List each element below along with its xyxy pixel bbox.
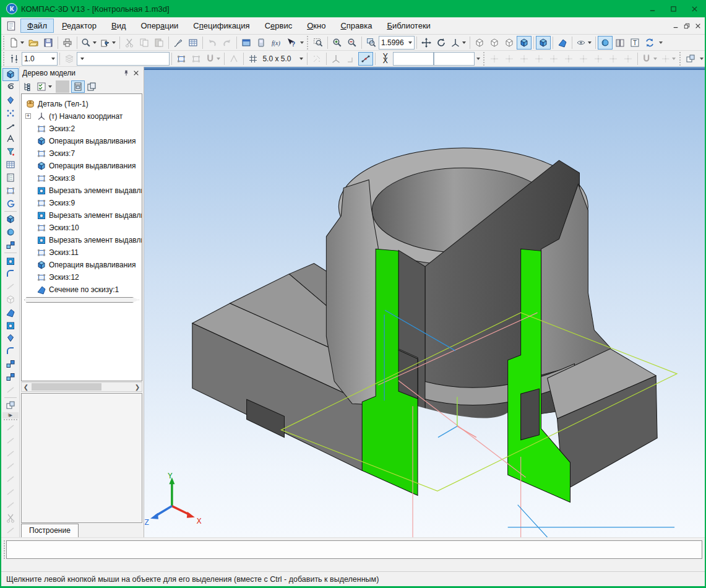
close-button[interactable] xyxy=(684,0,705,17)
grip[interactable] xyxy=(306,36,309,50)
fillet-button[interactable] xyxy=(2,267,19,280)
spline-button[interactable] xyxy=(2,132,19,145)
sep[interactable] xyxy=(553,37,553,49)
menu-libraries[interactable]: Библиотеки xyxy=(380,19,437,33)
paste-button[interactable] xyxy=(152,36,166,50)
sep[interactable] xyxy=(56,80,69,93)
shaded-button[interactable] xyxy=(517,36,532,50)
maximize-button[interactable] xyxy=(663,0,684,17)
overflow[interactable] xyxy=(657,36,664,50)
cut-button[interactable] xyxy=(122,36,137,50)
menu-file[interactable]: Файл xyxy=(20,19,54,33)
specification-button[interactable] xyxy=(613,36,627,50)
tree-item-sketch11[interactable]: + Эскиз:11 xyxy=(22,246,142,259)
layer-combo[interactable] xyxy=(77,52,170,66)
kinematic-button[interactable] xyxy=(2,238,19,251)
snap-center-button[interactable] xyxy=(532,52,546,66)
sep[interactable] xyxy=(119,37,120,49)
round-off-button[interactable] xyxy=(358,52,373,66)
calculator-button[interactable] xyxy=(254,36,269,50)
zoom-area-button[interactable] xyxy=(311,36,325,50)
sep[interactable] xyxy=(4,253,17,253)
copy-windows-button[interactable] xyxy=(2,399,19,412)
snap-curve-button[interactable] xyxy=(621,52,635,66)
grid-combo[interactable]: 5.0 x 5.0 xyxy=(260,52,305,66)
viewport-3d[interactable]: Y X Z xyxy=(144,67,705,537)
hidden-removed-button[interactable] xyxy=(502,36,517,50)
tree-item-extrude2[interactable]: + Операция выдавливания xyxy=(22,160,142,172)
tree-item-cut3[interactable]: + Вырезать элемент выдавливания xyxy=(22,234,142,246)
snaps-magnet-button[interactable] xyxy=(640,52,658,66)
point-button[interactable] xyxy=(2,94,19,107)
properties-table-button[interactable] xyxy=(186,36,200,50)
hole-button[interactable] xyxy=(2,280,19,293)
sep[interactable] xyxy=(307,53,308,65)
sep[interactable] xyxy=(4,211,17,212)
sep[interactable] xyxy=(637,53,638,65)
geom-tangent2-button[interactable] xyxy=(2,498,19,511)
array-curve-button[interactable] xyxy=(2,370,19,383)
revolve-button[interactable] xyxy=(2,226,19,239)
grip[interactable] xyxy=(2,36,6,50)
tree-item-cut1[interactable]: + Вырезать элемент выдавливания xyxy=(22,184,142,197)
local-cs-button[interactable] xyxy=(329,52,343,66)
sep[interactable] xyxy=(171,53,172,65)
tree-item-sketch10[interactable]: + Эскиз:10 xyxy=(22,222,142,234)
geom-tangent-button[interactable] xyxy=(2,486,19,499)
grid-button[interactable] xyxy=(246,52,260,66)
add-point-button[interactable] xyxy=(659,52,678,66)
sep[interactable] xyxy=(58,37,58,49)
sep[interactable] xyxy=(243,53,244,65)
curve-button[interactable] xyxy=(2,197,19,210)
minimize-button[interactable] xyxy=(642,0,663,17)
copy-properties-button[interactable] xyxy=(171,36,186,50)
spiral-button[interactable] xyxy=(2,81,19,94)
coord-x-box[interactable] xyxy=(393,52,434,66)
tree-item-sketch7[interactable]: + Эскиз:7 xyxy=(22,147,142,160)
zoom-scale-combo[interactable]: 1.5996 xyxy=(379,36,415,50)
orientation-button[interactable] xyxy=(449,36,468,50)
array-button[interactable] xyxy=(2,358,19,371)
snap-point-button[interactable] xyxy=(606,52,621,66)
tree-end-marker[interactable] xyxy=(24,297,139,303)
tree-composition-button[interactable] xyxy=(85,80,98,93)
snap-grid-button[interactable] xyxy=(561,52,576,66)
geom-scissors-button[interactable] xyxy=(2,511,19,524)
save-button[interactable] xyxy=(41,36,56,50)
zoom-out-button[interactable] xyxy=(345,36,359,50)
hide-objects-button[interactable] xyxy=(574,36,593,50)
print-button[interactable] xyxy=(60,36,75,50)
overflow[interactable] xyxy=(698,52,705,66)
sketch-button[interactable] xyxy=(174,52,189,66)
chamfer-button[interactable] xyxy=(2,345,19,358)
scroll-right-icon[interactable]: ❯ xyxy=(133,384,142,391)
snap-nearest-button[interactable] xyxy=(487,52,502,66)
geom-perp-button[interactable] xyxy=(2,473,19,486)
model-properties-button[interactable] xyxy=(627,36,642,50)
overflow[interactable] xyxy=(475,52,481,66)
coord-label[interactable]: Y X xyxy=(377,52,393,66)
orient-model-button[interactable] xyxy=(598,36,613,50)
grip[interactable] xyxy=(483,52,486,66)
fx-button[interactable] xyxy=(269,36,283,50)
zoom-selected-button[interactable] xyxy=(364,36,379,50)
sep[interactable] xyxy=(4,397,17,398)
zoom-in-button[interactable] xyxy=(330,36,345,50)
sketch3d-button[interactable] xyxy=(189,52,204,66)
snap-angle-button[interactable] xyxy=(591,52,606,66)
notebook-button[interactable] xyxy=(2,171,19,184)
tree-item-sketch2[interactable]: + Эскиз:2 xyxy=(22,123,142,135)
sep[interactable] xyxy=(375,53,376,65)
wireframe-button[interactable] xyxy=(472,36,487,50)
snap-quadrant-button[interactable] xyxy=(546,52,561,66)
rib-button[interactable] xyxy=(2,293,19,306)
geom-parallel-button[interactable] xyxy=(2,460,19,473)
tree-item-extrude1[interactable]: + Операция выдавливания xyxy=(22,135,142,147)
sep[interactable] xyxy=(595,37,596,49)
pin-icon[interactable] xyxy=(121,68,131,78)
windows-layout-button[interactable] xyxy=(683,52,698,66)
geom-line-button[interactable] xyxy=(2,422,19,435)
model-scene[interactable]: Y X Z xyxy=(144,67,705,537)
edit-part-button[interactable] xyxy=(2,68,19,81)
points-array-button[interactable] xyxy=(2,106,19,119)
